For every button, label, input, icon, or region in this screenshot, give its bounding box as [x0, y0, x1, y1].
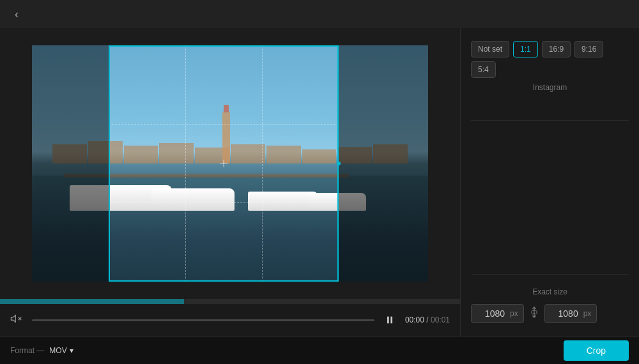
format-selector[interactable]: MOV ▾: [49, 346, 73, 355]
size-inputs: px px: [471, 304, 629, 323]
total-time: 00:01: [431, 315, 450, 324]
trim-bar[interactable]: [0, 299, 460, 304]
height-unit: px: [583, 305, 597, 322]
exact-size-section: Exact size px px: [471, 223, 629, 323]
exact-size-label: Exact size: [471, 287, 629, 296]
crop-overlay-left: [32, 45, 109, 282]
back-icon: ‹: [15, 8, 19, 21]
ratio-hint: Instagram: [471, 83, 629, 92]
time-separator: /: [426, 315, 431, 324]
video-area: 00:00 / 00:01: [0, 28, 460, 336]
ratio-not-set[interactable]: Not set: [471, 41, 509, 57]
crop-handle-right[interactable]: [337, 162, 341, 165]
format-chevron-icon: ▾: [70, 346, 73, 355]
video-frame: [0, 28, 460, 299]
format-text: Format —: [10, 346, 44, 355]
height-input-group: px: [544, 304, 597, 323]
boat-2: [151, 188, 235, 211]
ratio-5-4[interactable]: 5:4: [471, 61, 496, 78]
building-7: [266, 146, 301, 163]
play-pause-button[interactable]: [385, 315, 395, 325]
width-input[interactable]: [472, 305, 510, 322]
format-label: Format — MOV ▾: [10, 346, 73, 355]
current-time: 00:00: [405, 315, 424, 324]
width-unit: px: [510, 305, 523, 322]
bottom-bar: Format — MOV ▾ Crop: [0, 336, 639, 364]
width-input-group: px: [471, 304, 524, 323]
divider-1: [471, 120, 629, 121]
volume-off-icon[interactable]: [10, 313, 22, 327]
building-6: [231, 144, 265, 163]
top-bar: ‹: [0, 0, 639, 28]
time-display: 00:00 / 00:01: [405, 315, 450, 324]
back-button[interactable]: ‹: [8, 5, 26, 23]
height-input[interactable]: [545, 305, 583, 322]
ratio-1-1[interactable]: 1:1: [513, 41, 538, 57]
marina-scene: [32, 45, 428, 282]
main-content: 00:00 / 00:01 Not set 1:1 16:9 9:16 5:4 …: [0, 28, 639, 336]
video-container[interactable]: [0, 28, 460, 299]
building-8: [302, 149, 337, 163]
playback-bar: 00:00 / 00:01: [0, 304, 460, 336]
svg-rect-3: [387, 317, 389, 324]
ratio-buttons: Not set 1:1 16:9 9:16 5:4: [471, 41, 629, 78]
building-4: [159, 143, 194, 163]
boat-3: [248, 192, 318, 211]
format-value-text: MOV: [49, 346, 66, 355]
trim-fill: [0, 299, 184, 304]
building-3: [124, 146, 158, 163]
aspect-ratio-section: Not set 1:1 16:9 9:16 5:4 Instagram: [471, 41, 629, 92]
svg-marker-0: [12, 315, 16, 322]
crop-overlay-right: [339, 45, 428, 282]
ratio-9-16[interactable]: 9:16: [574, 41, 603, 57]
divider-2: [471, 274, 629, 275]
right-panel: Not set 1:1 16:9 9:16 5:4 Instagram Exac…: [460, 28, 639, 336]
link-dimensions-icon[interactable]: [529, 306, 539, 321]
crop-button[interactable]: Crop: [564, 340, 629, 361]
ratio-16-9[interactable]: 16:9: [542, 41, 571, 57]
svg-rect-4: [390, 317, 392, 324]
tower: [222, 112, 230, 163]
progress-bar[interactable]: [32, 319, 374, 321]
